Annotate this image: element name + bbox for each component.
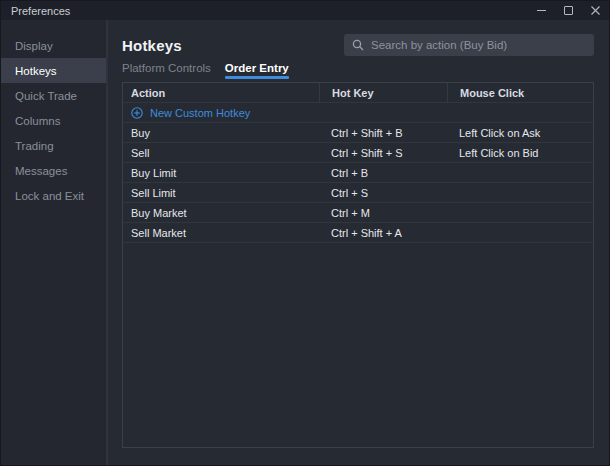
app-body: Display Hotkeys Quick Trade Columns Trad… bbox=[1, 20, 609, 465]
table-row-sell-market[interactable]: Sell Market Ctrl + Shift + A bbox=[123, 223, 593, 243]
mouse-click-cell bbox=[447, 203, 593, 222]
action-cell: Sell Market bbox=[123, 223, 319, 242]
mouse-click-cell: Left Click on Ask bbox=[447, 123, 593, 142]
hotkeys-table: Action Hot Key Mouse Click New Custom Ho… bbox=[122, 82, 594, 448]
panel-header: Hotkeys bbox=[122, 34, 594, 56]
hotkey-cell: Ctrl + Shift + B bbox=[319, 123, 447, 142]
sidebar-item-hotkeys[interactable]: Hotkeys bbox=[1, 58, 106, 83]
close-button[interactable] bbox=[582, 1, 609, 20]
window-title: Preferences bbox=[1, 5, 528, 17]
hotkeys-panel: Hotkeys Platform Controls Order Entry Ac… bbox=[108, 20, 609, 465]
column-header-mouse-click: Mouse Click bbox=[447, 83, 593, 102]
table-header-row: Action Hot Key Mouse Click bbox=[123, 83, 593, 103]
hotkey-cell: Ctrl + B bbox=[319, 163, 447, 182]
action-cell: Buy Limit bbox=[123, 163, 319, 182]
action-cell: Buy Market bbox=[123, 203, 319, 222]
table-row-buy-limit[interactable]: Buy Limit Ctrl + B bbox=[123, 163, 593, 183]
hotkey-cell: Ctrl + M bbox=[319, 203, 447, 222]
new-custom-hotkey-label: New Custom Hotkey bbox=[150, 107, 250, 119]
hotkey-cell: Ctrl + S bbox=[319, 183, 447, 202]
sidebar-item-quick-trade[interactable]: Quick Trade bbox=[1, 83, 106, 108]
search-input[interactable] bbox=[371, 39, 586, 51]
maximize-button[interactable] bbox=[555, 1, 582, 20]
plus-circle-icon bbox=[131, 107, 143, 119]
preferences-window: Preferences Display Hotkeys Quick Trade … bbox=[0, 0, 610, 466]
window-controls bbox=[528, 1, 609, 20]
table-row-buy[interactable]: Buy Ctrl + Shift + B Left Click on Ask bbox=[123, 123, 593, 143]
mouse-click-cell bbox=[447, 183, 593, 202]
mouse-click-cell: Left Click on Bid bbox=[447, 143, 593, 162]
tab-order-entry[interactable]: Order Entry bbox=[225, 62, 289, 79]
sidebar-item-messages[interactable]: Messages bbox=[1, 158, 106, 183]
hotkey-cell: Ctrl + Shift + S bbox=[319, 143, 447, 162]
column-header-hot-key: Hot Key bbox=[319, 83, 447, 102]
tab-platform-controls[interactable]: Platform Controls bbox=[122, 62, 211, 79]
sidebar-item-display[interactable]: Display bbox=[1, 33, 106, 58]
sidebar: Display Hotkeys Quick Trade Columns Trad… bbox=[1, 20, 108, 465]
minimize-icon bbox=[537, 10, 546, 11]
column-header-action: Action bbox=[123, 83, 319, 102]
sidebar-item-lock-and-exit[interactable]: Lock and Exit bbox=[1, 183, 106, 208]
minimize-button[interactable] bbox=[528, 1, 555, 20]
action-cell: Sell bbox=[123, 143, 319, 162]
hotkey-cell: Ctrl + Shift + A bbox=[319, 223, 447, 242]
action-cell: Buy bbox=[123, 123, 319, 142]
page-title: Hotkeys bbox=[122, 37, 182, 54]
new-custom-hotkey-button[interactable]: New Custom Hotkey bbox=[123, 103, 593, 123]
search-icon bbox=[352, 39, 364, 51]
search-box[interactable] bbox=[344, 34, 594, 56]
table-row-sell-limit[interactable]: Sell Limit Ctrl + S bbox=[123, 183, 593, 203]
sidebar-item-trading[interactable]: Trading bbox=[1, 133, 106, 158]
close-icon bbox=[591, 6, 600, 15]
action-cell: Sell Limit bbox=[123, 183, 319, 202]
mouse-click-cell bbox=[447, 163, 593, 182]
tab-bar: Platform Controls Order Entry bbox=[122, 62, 594, 82]
titlebar: Preferences bbox=[1, 1, 609, 20]
mouse-click-cell bbox=[447, 223, 593, 242]
table-row-buy-market[interactable]: Buy Market Ctrl + M bbox=[123, 203, 593, 223]
maximize-icon bbox=[564, 6, 573, 15]
table-row-sell[interactable]: Sell Ctrl + Shift + S Left Click on Bid bbox=[123, 143, 593, 163]
sidebar-item-columns[interactable]: Columns bbox=[1, 108, 106, 133]
